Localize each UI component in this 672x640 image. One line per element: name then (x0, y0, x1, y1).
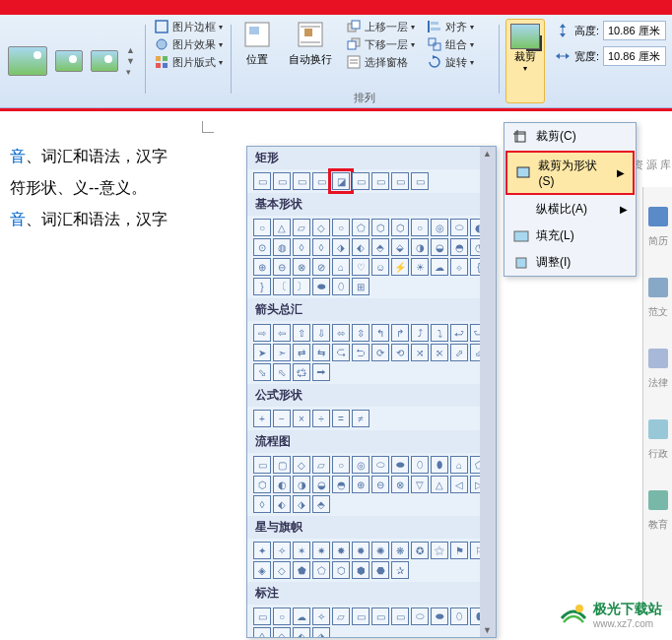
shape-item[interactable]: ○ (332, 456, 350, 474)
shape-item[interactable]: ◇ (273, 561, 291, 579)
text-link[interactable]: 音 (10, 148, 26, 164)
shape-item[interactable]: ▭ (391, 608, 409, 625)
shape-item[interactable]: 〕 (293, 278, 310, 295)
sidebar-item-edu[interactable]: 教育 (648, 490, 668, 532)
shape-item[interactable]: ⬙ (391, 238, 409, 256)
shape-item[interactable]: } (253, 278, 271, 295)
group-button[interactable]: 组合▾ (427, 36, 474, 52)
position-button[interactable]: 位置 (234, 15, 281, 107)
shape-item[interactable]: ▢ (273, 456, 291, 474)
shape-item[interactable]: ◊ (293, 238, 310, 256)
crop-menu-crop[interactable]: 裁剪(C) (504, 123, 636, 150)
shape-item[interactable]: ▭ (253, 608, 271, 625)
shape-item[interactable]: ⬄ (332, 324, 350, 342)
shape-item[interactable]: ◓ (332, 476, 350, 493)
shape-item[interactable]: ⬮ (431, 456, 448, 474)
shape-item[interactable]: ◐ (273, 476, 291, 493)
shape-item[interactable]: ▭ (391, 172, 409, 190)
shape-item[interactable]: ○ (273, 608, 291, 625)
shape-item[interactable]: + (253, 410, 271, 427)
shape-item[interactable]: ▱ (312, 456, 330, 474)
height-control[interactable]: 高度: (555, 21, 666, 40)
shape-item[interactable]: ⮌ (352, 344, 370, 361)
shape-item[interactable]: ⬣ (371, 561, 389, 579)
picture-effect-button[interactable]: 图片效果 ▾ (154, 36, 223, 52)
shape-item[interactable]: ◇ (312, 219, 330, 236)
shape-item[interactable]: ⬖ (293, 627, 310, 638)
shape-item[interactable]: ◁ (450, 476, 468, 493)
shape-item[interactable]: ▭ (312, 172, 330, 190)
shape-item[interactable]: ⬢ (352, 561, 370, 579)
gallery-up-icon[interactable]: ▲ (126, 45, 135, 55)
shape-item[interactable]: ◇ (293, 456, 310, 474)
shape-item[interactable]: ⬡ (253, 476, 271, 493)
shape-item[interactable]: ✧ (312, 608, 330, 625)
shape-item[interactable]: ⬬ (431, 608, 448, 625)
gallery-down-icon[interactable]: ▼ (126, 56, 135, 66)
shape-item[interactable]: ⇨ (253, 324, 271, 342)
gallery-more-icon[interactable]: ▾ (126, 67, 135, 77)
shape-item[interactable]: ⬗ (293, 495, 310, 513)
shape-item[interactable]: ⬯ (450, 608, 468, 625)
shape-item[interactable]: = (332, 410, 350, 427)
rotate-button[interactable]: 旋转▾ (427, 54, 474, 70)
shape-item[interactable]: ⌂ (332, 258, 350, 276)
picture-format-button[interactable]: 图片版式 ▾ (154, 54, 223, 70)
align-button[interactable]: 对齐▾ (427, 19, 474, 34)
shape-item[interactable]: ⬘ (312, 495, 330, 513)
shape-item[interactable]: ➣ (273, 344, 291, 361)
shape-item[interactable]: ▭ (352, 172, 370, 190)
shape-item[interactable]: ⤵ (431, 324, 448, 342)
shape-item[interactable]: ⮐ (450, 324, 468, 342)
crop-menu-fit[interactable]: 调整(I) (504, 249, 636, 276)
shape-item[interactable]: ⬗ (312, 627, 330, 638)
shape-item[interactable]: ▭ (411, 172, 429, 190)
shape-item[interactable]: ✶ (293, 542, 310, 559)
width-input[interactable] (603, 46, 666, 66)
shape-item[interactable]: ☁ (431, 258, 448, 276)
shape-item[interactable]: ⬟ (293, 561, 310, 579)
shape-item[interactable]: ☀ (411, 258, 429, 276)
shape-item[interactable]: ⇩ (312, 324, 330, 342)
shape-item[interactable]: ▭ (253, 172, 271, 190)
shape-item[interactable]: ◒ (431, 238, 448, 256)
shape-item[interactable]: ◪ (332, 172, 350, 190)
shape-item[interactable]: ⚑ (450, 542, 468, 559)
shape-item[interactable]: ⊞ (352, 278, 370, 295)
crop-menu-aspect[interactable]: 纵横比(A) ▶ (504, 196, 636, 223)
shape-item[interactable]: △ (431, 476, 448, 493)
shape-item[interactable]: ↱ (391, 324, 409, 342)
shape-item[interactable]: ✸ (332, 542, 350, 559)
shape-item[interactable]: ○ (253, 219, 271, 236)
shape-item[interactable]: ⟐ (450, 258, 468, 276)
shape-item[interactable]: ▭ (253, 456, 271, 474)
shape-item[interactable]: ⇄ (293, 344, 310, 361)
shape-item[interactable]: ❋ (391, 542, 409, 559)
shape-item[interactable]: ○ (332, 219, 350, 236)
shape-item[interactable]: ◊ (312, 238, 330, 256)
style-thumb[interactable] (91, 50, 118, 72)
picture-border-button[interactable]: 图片边框 ▾ (154, 19, 223, 34)
shape-item[interactable]: ✰ (391, 561, 409, 579)
shape-item[interactable]: ◓ (450, 238, 468, 256)
shape-item[interactable]: ◑ (293, 476, 310, 493)
shape-item[interactable]: ○ (411, 219, 429, 236)
send-backward-button[interactable]: 下移一层▾ (346, 36, 415, 52)
picture-styles-gallery[interactable]: ▲ ▼ ▾ (0, 15, 143, 107)
width-control[interactable]: 宽度: (555, 46, 666, 66)
shape-item[interactable]: ⊖ (273, 258, 291, 276)
shape-item[interactable]: △ (273, 219, 291, 236)
shape-item[interactable]: ⬭ (450, 219, 468, 236)
crop-menu-fill[interactable]: 填充(L) (504, 223, 636, 249)
shape-item[interactable]: ⬭ (411, 608, 429, 625)
shape-item[interactable]: ✹ (352, 542, 370, 559)
shape-item[interactable]: ▭ (371, 172, 389, 190)
shape-item[interactable]: ▭ (293, 172, 310, 190)
shape-item[interactable]: ⟲ (391, 344, 409, 361)
shape-item[interactable]: ▭ (352, 608, 370, 625)
shape-item[interactable]: ⟳ (371, 344, 389, 361)
style-thumb[interactable] (8, 46, 47, 76)
shape-item[interactable]: ⬀ (450, 344, 468, 361)
shape-item[interactable]: ⇦ (273, 324, 291, 342)
shape-item[interactable]: ⬁ (273, 363, 291, 381)
